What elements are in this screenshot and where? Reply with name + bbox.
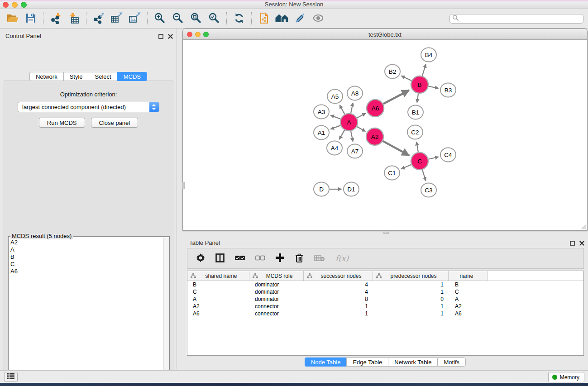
new-network-from-selection-button[interactable] — [255, 11, 273, 27]
graph-edge-C-C1[interactable] — [401, 165, 411, 169]
graph-node-C2[interactable]: C2 — [407, 125, 423, 139]
graph-node-A7[interactable]: A7 — [347, 144, 363, 158]
graph-edge-A-A3[interactable] — [330, 115, 340, 119]
table-row[interactable]: Cdominator41C — [187, 288, 583, 295]
tab-style[interactable]: Style — [63, 72, 89, 81]
column-header-successor-nodes[interactable]: successor nodes — [304, 271, 373, 281]
node-table[interactable]: shared nameMCDS rolesuccessor nodesprede… — [187, 271, 584, 356]
table-row[interactable]: Adominator80A — [187, 295, 583, 303]
column-header-predecessor-nodes[interactable]: predecessor nodes — [373, 271, 449, 281]
close-panel-icon[interactable] — [168, 33, 173, 41]
show-hide-button[interactable] — [309, 11, 327, 27]
graph-node-D1[interactable]: D1 — [344, 182, 359, 196]
graph-node-A2[interactable]: A2 — [366, 128, 383, 145]
graph-node-D[interactable]: D — [314, 182, 329, 196]
import-network-button[interactable] — [47, 11, 65, 27]
graph-node-C[interactable]: C — [411, 152, 428, 170]
overview-button[interactable] — [273, 11, 291, 27]
run-mcds-button[interactable]: Run MCDS — [39, 118, 85, 128]
float-panel-icon[interactable] — [158, 33, 163, 41]
graph-node-A6[interactable]: A6 — [367, 100, 384, 117]
tab-network-table[interactable]: Network Table — [388, 357, 437, 367]
graph-edge-A-A1[interactable] — [330, 125, 340, 129]
function-builder-button[interactable]: f(x) — [335, 252, 349, 265]
column-header-name[interactable]: name — [449, 271, 488, 281]
zoom-out-button[interactable] — [169, 11, 187, 27]
save-session-button[interactable] — [22, 11, 40, 27]
graph-node-C3[interactable]: C3 — [421, 183, 436, 197]
search-input[interactable] — [459, 15, 583, 23]
graph-edge-A-A8[interactable] — [351, 103, 353, 113]
result-list-scrollbar[interactable] — [163, 238, 169, 386]
tab-node-table[interactable]: Node Table — [305, 357, 347, 367]
result-item[interactable]: C — [10, 261, 163, 268]
table-row[interactable]: A2connector11A2 — [187, 303, 583, 310]
result-item[interactable]: A — [10, 246, 163, 253]
result-item[interactable]: B — [10, 253, 163, 261]
graph-node-B[interactable]: B — [411, 76, 428, 93]
graph-node-B1[interactable]: B1 — [408, 105, 423, 119]
column-header-MCDS-role[interactable]: MCDS role — [249, 271, 304, 281]
graph-node-B3[interactable]: B3 — [440, 83, 456, 97]
graph-node-C4[interactable]: C4 — [440, 148, 456, 162]
float-panel-icon[interactable] — [570, 239, 575, 248]
add-column-button[interactable] — [276, 252, 284, 265]
tab-edge-table[interactable]: Edge Table — [346, 357, 388, 367]
zoom-fit-button[interactable] — [187, 11, 205, 27]
close-panel-icon[interactable] — [579, 239, 584, 248]
export-network-button[interactable] — [90, 11, 108, 27]
graph-edge-B-B4[interactable] — [422, 64, 426, 76]
tab-select[interactable]: Select — [89, 72, 117, 81]
table-settings-button[interactable] — [196, 252, 205, 265]
close-panel-button[interactable]: Close panel — [91, 118, 139, 128]
graph-edge-C-C2[interactable] — [416, 142, 418, 152]
table-row[interactable]: Bdominator41B — [187, 281, 583, 288]
memory-button[interactable]: Memory — [548, 372, 584, 382]
graph-edge-A-A6[interactable] — [357, 113, 366, 118]
refresh-button[interactable] — [230, 11, 248, 27]
select-all-button[interactable] — [235, 252, 245, 265]
zoom-in-button[interactable] — [151, 11, 169, 27]
network-canvas[interactable]: AA1A2A3A4A5A6A7A8BB1B2B3B4CC1C2C3C4DD1 — [183, 40, 587, 230]
table-row[interactable]: A6connector11A6 — [187, 310, 583, 317]
graph-edge-B-B2[interactable] — [402, 76, 412, 81]
task-history-button[interactable] — [4, 372, 18, 382]
graph-edge-C-C3[interactable] — [422, 170, 426, 181]
tab-network[interactable]: Network — [29, 72, 63, 81]
graph-edge-A-A7[interactable] — [351, 131, 353, 142]
criterion-dropdown[interactable]: largest connected component (directed) — [18, 102, 159, 112]
graph-node-B2[interactable]: B2 — [385, 65, 400, 79]
delete-column-button[interactable] — [295, 252, 304, 265]
import-table-button[interactable] — [65, 11, 83, 27]
result-item[interactable]: A2 — [10, 239, 163, 246]
graph-edge-A6-B[interactable] — [383, 90, 409, 104]
graph-edge-B-B1[interactable] — [417, 94, 418, 103]
graph-edge-C-C4[interactable] — [429, 157, 439, 159]
graph-node-A1[interactable]: A1 — [314, 126, 329, 140]
graph-node-A4[interactable]: A4 — [327, 141, 342, 155]
unselect-all-button[interactable] — [255, 252, 265, 265]
graph-node-A3[interactable]: A3 — [314, 105, 329, 119]
open-session-button[interactable] — [4, 11, 22, 27]
export-table-button[interactable] — [108, 11, 126, 27]
graph-edge-A-A5[interactable] — [339, 105, 344, 114]
graph-edge-A-A4[interactable] — [339, 130, 345, 139]
splitter-handle[interactable] — [383, 232, 389, 234]
splitter-handle[interactable] — [182, 182, 185, 189]
column-header-shared-name[interactable]: shared name — [187, 271, 249, 281]
zoom-selected-button[interactable] — [205, 11, 223, 27]
show-columns-button[interactable] — [215, 252, 225, 265]
graph-node-A8[interactable]: A8 — [347, 86, 363, 100]
graph-edge-B-B3[interactable] — [429, 86, 439, 88]
tab-motifs[interactable]: Motifs — [437, 357, 466, 367]
graph-edge-A-A2[interactable] — [357, 127, 365, 132]
graph-edge-A2-C[interactable] — [383, 141, 409, 156]
tab-mcds[interactable]: MCDS — [117, 72, 147, 81]
result-item[interactable]: A6 — [10, 268, 163, 275]
graph-node-B4[interactable]: B4 — [421, 48, 436, 62]
delete-table-button[interactable] — [314, 252, 325, 265]
graph-node-A[interactable]: A — [340, 114, 358, 131]
graph-node-C1[interactable]: C1 — [384, 166, 400, 180]
resize-grip[interactable] — [580, 223, 586, 229]
toggle-labels-button[interactable] — [291, 11, 309, 27]
